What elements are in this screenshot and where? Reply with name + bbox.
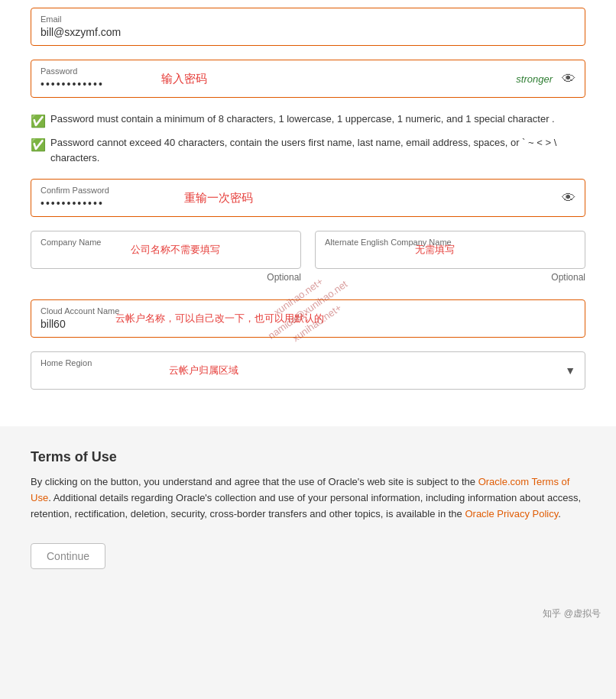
password-field-group: Password 输入密码 stronger 👁: [31, 60, 585, 98]
company-name-annotation: 公司名称不需要填写: [131, 243, 220, 257]
home-region-field-group: Home Region 云帐户归属区域 ▼: [31, 351, 585, 390]
terms-link-2[interactable]: Oracle Privacy Policy: [465, 508, 558, 519]
company-name-field-group: Company Name 公司名称不需要填写 Optional: [31, 231, 301, 283]
hint-item-2: ✅ Password cannot exceed 40 characters, …: [31, 135, 585, 165]
company-name-optional: Optional: [31, 272, 301, 283]
home-region-select[interactable]: [41, 370, 575, 382]
terms-intro: By clicking on the button, you understan…: [31, 476, 478, 487]
terms-section: Terms of Use By clicking on the button, …: [0, 426, 616, 600]
alt-company-name-wrapper: Alternate English Company Name 无需填写: [315, 231, 585, 269]
strength-label: stronger: [516, 73, 553, 85]
confirm-password-eye-icon[interactable]: 👁: [562, 190, 575, 206]
password-input-wrapper: Password 输入密码 stronger 👁: [31, 60, 585, 98]
zhihu-watermark: 知乎 @虚拟号: [0, 600, 616, 628]
email-input-wrapper: Email: [31, 8, 585, 46]
home-region-wrapper: Home Region 云帐户归属区域 ▼: [31, 351, 585, 390]
password-eye-icon[interactable]: 👁: [562, 71, 575, 87]
email-label: Email: [41, 15, 575, 24]
confirm-password-wrapper: Confirm Password 重输一次密码 👁: [31, 179, 585, 217]
confirm-password-annotation: 重输一次密码: [184, 191, 253, 205]
zhihu-text: 知乎 @虚拟号: [543, 608, 601, 619]
terms-title: Terms of Use: [31, 449, 585, 465]
password-label: Password: [41, 66, 575, 76]
confirm-password-input[interactable]: [41, 197, 575, 209]
email-input[interactable]: [41, 26, 575, 38]
cloud-account-wrapper: Cloud Account Name 云帐户名称，可以自己改一下，也可以用默认的: [31, 299, 585, 338]
terms-body: By clicking on the button, you understan…: [31, 474, 585, 522]
company-name-wrapper: Company Name 公司名称不需要填写: [31, 231, 301, 269]
password-input[interactable]: [41, 78, 575, 90]
password-annotation: 输入密码: [161, 72, 207, 86]
check-icon-1: ✅: [31, 112, 46, 131]
company-row-wrapper: xunihao.net+ namida@xunihao.net xunihao.…: [31, 231, 585, 390]
email-field-group: Email: [31, 8, 585, 46]
password-hints: ✅ Password must contain a minimum of 8 c…: [31, 112, 585, 165]
company-name-row: Company Name 公司名称不需要填写 Optional Alternat…: [31, 231, 585, 296]
cloud-account-field-group: Cloud Account Name 云帐户名称，可以自己改一下，也可以用默认的: [31, 299, 585, 338]
hint-item-1: ✅ Password must contain a minimum of 8 c…: [31, 112, 585, 131]
alt-company-name-field-group: Alternate English Company Name 无需填写 Opti…: [315, 231, 585, 283]
terms-end: .: [558, 508, 561, 519]
confirm-password-label: Confirm Password: [41, 186, 575, 195]
check-icon-2: ✅: [31, 136, 46, 154]
home-region-label: Home Region: [41, 358, 575, 367]
alt-company-name-annotation: 无需填写: [415, 243, 455, 257]
home-region-annotation: 云帐户归属区域: [169, 364, 238, 377]
cloud-account-annotation: 云帐户名称，可以自己改一下，也可以用默认的: [115, 312, 324, 325]
alt-company-name-optional: Optional: [315, 272, 585, 283]
confirm-password-field-group: Confirm Password 重输一次密码 👁: [31, 179, 585, 217]
continue-button[interactable]: Continue: [31, 543, 105, 569]
